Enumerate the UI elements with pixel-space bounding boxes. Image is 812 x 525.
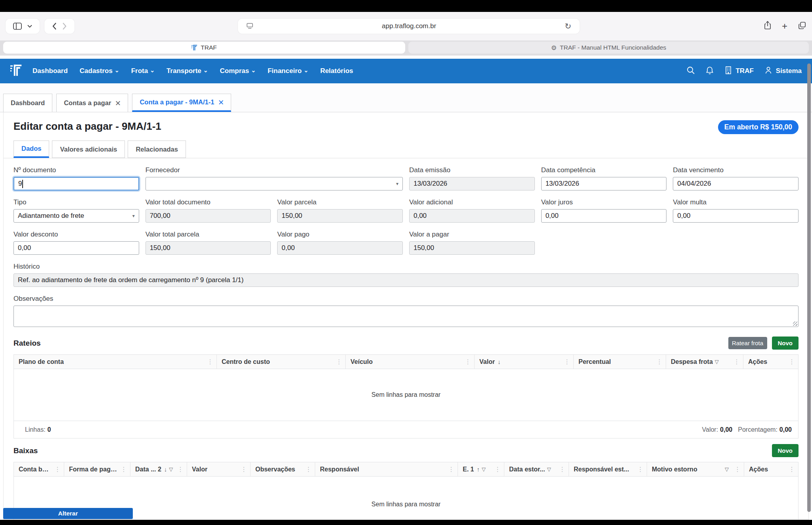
company-menu[interactable]: TRAF <box>724 66 753 77</box>
field-historico: Histórico Ref. ao adiantamento de frete … <box>13 263 799 287</box>
close-icon[interactable]: × <box>115 98 121 108</box>
column-header-responsavel[interactable]: Responsável⋮ <box>315 462 458 476</box>
column-menu-icon[interactable]: ⋮ <box>333 358 342 365</box>
workspace-tab-conta-a-pagar[interactable]: Conta a pagar - 9MA/1-1 × <box>132 94 231 112</box>
numero-documento-input[interactable]: 9 <box>13 177 139 190</box>
column-header-motivo-estorno[interactable]: Motivo estorno▽⋮ <box>647 462 744 476</box>
column-menu-icon[interactable]: ⋮ <box>491 465 501 473</box>
textarea-resize-handle[interactable] <box>793 321 797 326</box>
column-header-data-pagamento[interactable]: Data ... 2↓▽⋮ <box>130 462 187 476</box>
column-header-percentual[interactable]: Percentual⋮ <box>574 355 666 369</box>
nav-item-frota[interactable]: Frota⌄ <box>131 67 155 75</box>
column-header-plano-de-conta[interactable]: Plano de conta⋮ <box>14 355 217 369</box>
reload-icon[interactable]: ↻ <box>562 21 574 31</box>
column-menu-icon[interactable]: ⋮ <box>174 465 184 473</box>
workspace-tab-contas-a-pagar[interactable]: Contas a pagar × <box>56 94 128 112</box>
field-label: Data emissão <box>409 166 535 174</box>
tab-overview-icon[interactable] <box>798 21 806 31</box>
column-menu-icon[interactable]: ⋮ <box>731 465 741 473</box>
column-menu-icon[interactable]: ⋮ <box>785 465 795 473</box>
tab-relacionadas[interactable]: Relacionadas <box>128 140 186 158</box>
field-label: Valor juros <box>541 198 667 206</box>
observacoes-textarea[interactable] <box>13 306 799 327</box>
data-vencimento-input[interactable]: 04/04/2026 <box>673 177 799 190</box>
nav-item-transporte[interactable]: Transporte⌄ <box>167 67 208 75</box>
chevron-down-icon[interactable] <box>25 25 35 28</box>
valor-desconto-input[interactable]: 0,00 <box>13 241 139 255</box>
baixas-novo-button[interactable]: Novo <box>772 444 799 457</box>
column-menu-icon[interactable]: ⋮ <box>302 465 312 473</box>
rateios-title: Rateios <box>13 339 41 348</box>
main-content: Editar conta a pagar - 9MA/1-1 Em aberto… <box>3 112 809 520</box>
column-menu-icon[interactable]: ⋮ <box>445 465 454 473</box>
close-icon[interactable]: × <box>218 98 224 107</box>
column-header-acoes[interactable]: Ações⋮ <box>744 462 798 476</box>
alterar-button[interactable]: Alterar <box>3 508 133 519</box>
traf-logo[interactable] <box>10 64 22 78</box>
column-menu-icon[interactable]: ⋮ <box>634 465 643 473</box>
tab-dados[interactable]: Dados <box>13 140 49 158</box>
field-label: Valor a pagar <box>409 231 535 238</box>
browser-tab-manual[interactable]: ⚙ TRAF - Manual HTML Funcionalidades <box>408 42 809 54</box>
nav-item-dashboard[interactable]: Dashboard <box>33 67 68 75</box>
column-header-despesa-frota[interactable]: Despesa frota▽⋮ <box>666 355 743 369</box>
column-header-data-estorno[interactable]: Data estor...▽⋮ <box>504 462 569 476</box>
back-icon[interactable] <box>49 22 59 30</box>
valor-juros-input[interactable]: 0,00 <box>541 209 667 223</box>
column-menu-icon[interactable]: ⋮ <box>785 358 795 365</box>
column-header-forma-pagamento[interactable]: Forma de pagam...⋮ <box>64 462 130 476</box>
page-settings-icon[interactable] <box>243 23 256 30</box>
column-menu-icon[interactable]: ⋮ <box>653 358 663 365</box>
ratear-frota-button[interactable]: Ratear frota <box>728 337 767 350</box>
column-header-estornado[interactable]: E. 1↑▽⋮ <box>458 462 504 476</box>
nav-item-compras[interactable]: Compras⌄ <box>220 67 256 75</box>
column-menu-icon[interactable]: ⋮ <box>237 465 247 473</box>
history-nav-group <box>44 19 75 34</box>
column-menu-icon[interactable]: ⋮ <box>117 465 127 473</box>
tipo-select[interactable]: Adiantamento de frete▾ <box>13 209 139 223</box>
address-bar[interactable]: app.traflog.com.br ↻ <box>238 19 580 34</box>
column-menu-icon[interactable]: ⋮ <box>561 358 570 365</box>
linhas-count: Linhas:0 <box>25 426 51 433</box>
browser-tab-traf[interactable]: TRAF <box>3 42 405 54</box>
column-header-veiculo[interactable]: Veículo⋮ <box>346 355 475 369</box>
nav-item-relatorios[interactable]: Relatórios <box>320 67 353 75</box>
vertical-scrollbar[interactable] <box>807 63 811 512</box>
column-menu-icon[interactable]: ⋮ <box>730 358 740 365</box>
column-menu-icon[interactable]: ⋮ <box>204 358 213 365</box>
field-label: Data competência <box>541 166 667 174</box>
nav-item-cadastros[interactable]: Cadastros⌄ <box>80 67 119 75</box>
sidebar-toggle-icon[interactable] <box>10 23 25 30</box>
field-label: Valor total parcela <box>146 231 271 238</box>
forward-icon[interactable] <box>59 22 70 30</box>
share-icon[interactable] <box>764 21 772 32</box>
tab-valores-adicionais[interactable]: Valores adicionais <box>52 140 125 158</box>
column-header-acoes[interactable]: Ações⋮ <box>743 355 798 369</box>
column-menu-icon[interactable]: ⋮ <box>556 465 565 473</box>
filter-icon: ▽ <box>482 466 486 472</box>
nav-item-financeiro[interactable]: Financeiro⌄ <box>268 67 308 75</box>
search-icon[interactable] <box>686 66 695 77</box>
field-observacoes: Observações <box>13 295 799 327</box>
column-header-valor[interactable]: Valor⋮ <box>187 462 251 476</box>
workspace-tab-dashboard[interactable]: Dashboard <box>3 94 52 112</box>
rateios-novo-button[interactable]: Novo <box>772 337 799 350</box>
new-tab-icon[interactable]: + <box>782 21 787 31</box>
user-menu[interactable]: Sistema <box>764 66 802 77</box>
column-menu-icon[interactable]: ⋮ <box>462 358 471 365</box>
detail-tab-bar: Dados Valores adicionais Relacionadas <box>4 140 808 158</box>
column-header-conta-bancaria[interactable]: Conta bancária⋮ <box>14 462 64 476</box>
field-valor-pago: Valor pago 0,00 <box>277 231 403 255</box>
field-label: Histórico <box>13 263 799 271</box>
column-header-observacoes[interactable]: Observações⋮ <box>251 462 315 476</box>
column-header-responsavel-estorno[interactable]: Responsável est...⋮ <box>569 462 647 476</box>
field-tipo: Tipo Adiantamento de frete▾ <box>13 198 139 223</box>
porcentagem-total: Porcentagem:0,00 <box>738 426 792 433</box>
notifications-bell-icon[interactable] <box>705 66 714 77</box>
column-header-centro-de-custo[interactable]: Centro de custo⋮ <box>217 355 346 369</box>
valor-multa-input[interactable]: 0,00 <box>673 209 799 223</box>
data-competencia-input[interactable]: 13/03/2026 <box>541 177 667 190</box>
column-menu-icon[interactable]: ⋮ <box>51 465 61 473</box>
fornecedor-select[interactable]: ▾ <box>146 177 403 190</box>
column-header-valor[interactable]: Valor↓⋮ <box>475 355 574 369</box>
